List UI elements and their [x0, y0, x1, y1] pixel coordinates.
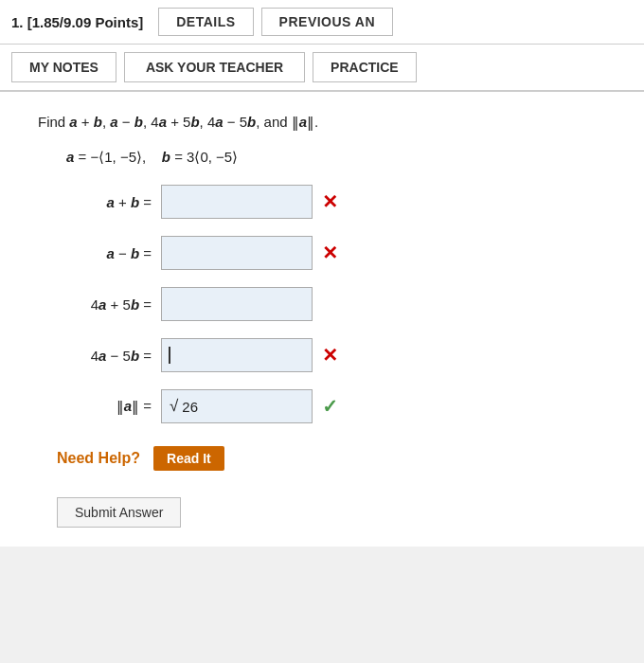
input-aminusb[interactable]: [161, 236, 313, 270]
equation-row-4aplusb: 4a + 5b =: [57, 287, 616, 321]
main-content: Find a + b, a − b, 4a + 5b, 4a − 5b, and…: [0, 92, 644, 547]
eq-label-aminusb: a − b =: [57, 245, 152, 261]
status-check-norm: ✓: [322, 395, 338, 418]
status-x-4aminusb: ✕: [322, 344, 338, 367]
norm-value: 26: [182, 399, 198, 415]
read-it-button[interactable]: Read It: [153, 446, 224, 471]
input-aplusb[interactable]: [161, 185, 313, 219]
details-button[interactable]: DETAILS: [158, 8, 253, 36]
submit-row: Submit Answer: [57, 497, 616, 528]
norm-input-wrapper: √ 26: [161, 389, 313, 423]
previous-button[interactable]: PREVIOUS AN: [261, 8, 393, 36]
top-bar: 1. [1.85/9.09 Points] DETAILS PREVIOUS A…: [0, 0, 644, 45]
ask-teacher-button[interactable]: ASK YOUR TEACHER: [124, 52, 305, 82]
need-help-row: Need Help? Read It: [57, 446, 616, 471]
status-x-aminusb: ✕: [322, 242, 338, 264]
eq-label-norm: ‖a‖ =: [57, 398, 152, 415]
submit-button[interactable]: Submit Answer: [57, 497, 181, 528]
status-x-aplusb: ✕: [322, 190, 338, 213]
equation-row-aplusb: a + b = ✕: [57, 185, 616, 219]
given-values: a = −⟨1, −5⟩, b = 3⟨0, −5⟩: [66, 149, 616, 166]
second-bar: MY NOTES ASK YOUR TEACHER PRACTICE: [0, 45, 644, 92]
equation-row-norm: ‖a‖ = √ 26 ✓: [57, 389, 616, 423]
my-notes-button[interactable]: MY NOTES: [11, 52, 116, 82]
eq-label-4aplusb: 4a + 5b =: [57, 296, 152, 313]
equation-row-aminusb: a − b = ✕: [57, 236, 616, 270]
equation-row-4aminusb: 4a − 5b = ✕: [57, 338, 616, 372]
cursor-indicator: [169, 347, 170, 364]
sqrt-symbol: √: [170, 397, 178, 416]
points-label: 1. [1.85/9.09 Points]: [11, 14, 143, 30]
practice-button[interactable]: PRACTICE: [313, 52, 417, 82]
input-4aminusb[interactable]: [161, 338, 313, 372]
problem-instruction: Find a + b, a − b, 4a + 5b, 4a − 5b, and…: [38, 111, 616, 134]
eq-label-4aminusb: 4a − 5b =: [57, 348, 152, 364]
need-help-label: Need Help?: [57, 450, 140, 467]
input-4aplusb[interactable]: [161, 287, 313, 321]
eq-label-aplusb: a + b =: [57, 194, 152, 210]
